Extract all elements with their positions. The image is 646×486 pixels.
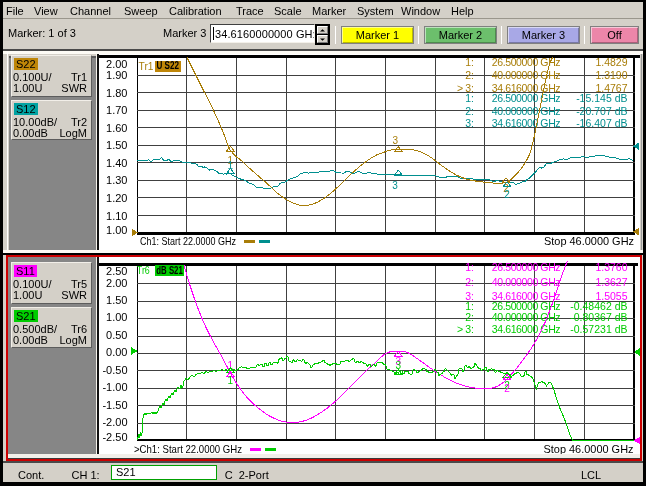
svg-text:2: 2 [504,189,510,200]
svg-text:Stop 46.0000 GHz: Stop 46.0000 GHz [544,235,634,247]
svg-text:40.000000 GHz: 40.000000 GHz [492,69,561,81]
svg-text:3: 3 [393,135,399,146]
svg-text:-16.407 dB: -16.407 dB [576,117,627,129]
svg-text:2:: 2: [465,69,474,81]
svg-text:1:: 1: [465,92,474,104]
svg-text:1.00: 1.00 [106,224,127,236]
svg-text:1:: 1: [465,56,474,68]
svg-text:34.616000 GHz: 34.616000 GHz [492,117,561,129]
svg-text:1.40: 1.40 [106,157,127,169]
svg-text:2:: 2: [465,105,474,117]
svg-text:3:: 3: [465,117,474,129]
svg-text:1.3190: 1.3190 [595,69,627,81]
svg-text:1.90: 1.90 [106,69,127,81]
svg-text:Tr1: Tr1 [139,60,154,72]
svg-text:1.80: 1.80 [106,87,127,99]
svg-text:1.20: 1.20 [106,192,127,204]
svg-text:1: 1 [228,160,234,171]
svg-text:3: 3 [392,180,398,191]
svg-text:26.500000 GHz: 26.500000 GHz [492,92,561,104]
svg-text:1.10: 1.10 [106,210,127,222]
svg-text:-15.145 dB: -15.145 dB [576,92,627,104]
svg-text:U S22: U S22 [157,60,180,71]
svg-text:40.000000 GHz: 40.000000 GHz [492,105,561,117]
svg-text:1.4829: 1.4829 [595,56,627,68]
svg-text:Ch1: Start 22.0000 GHz: Ch1: Start 22.0000 GHz [140,235,236,247]
svg-text:-20.707 dB: -20.707 dB [576,105,627,117]
svg-text:2.00: 2.00 [106,58,127,70]
svg-text:1.50: 1.50 [106,139,127,151]
svg-text:1.70: 1.70 [106,104,127,116]
svg-text:1.60: 1.60 [106,122,127,134]
svg-text:1.30: 1.30 [106,174,127,186]
